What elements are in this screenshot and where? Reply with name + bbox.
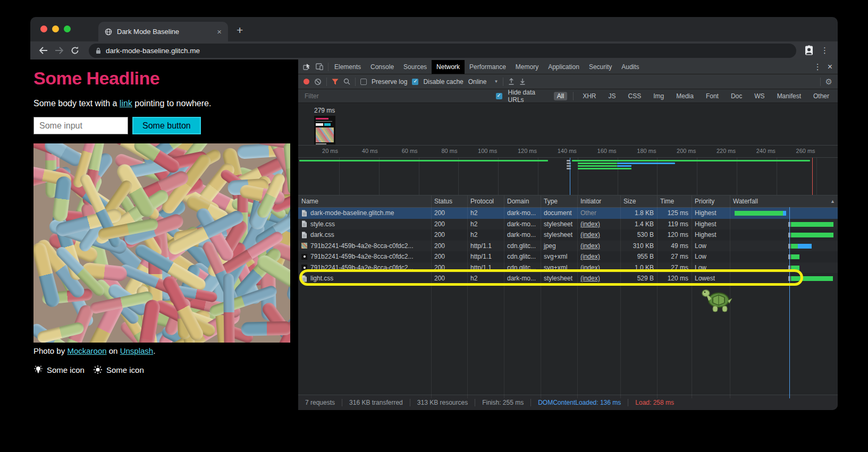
devtools-tab-sources[interactable]: Sources bbox=[399, 60, 432, 74]
network-filter-input[interactable] bbox=[304, 92, 490, 100]
export-har-icon[interactable] bbox=[519, 78, 526, 85]
filter-pill-font[interactable]: Font bbox=[703, 92, 722, 100]
initiator-link[interactable]: (index) bbox=[580, 253, 600, 260]
devtools-tab-performance[interactable]: Performance bbox=[465, 60, 511, 74]
chevron-down-icon: ▼ bbox=[494, 79, 498, 84]
table-row-dark-mode-baseline.glitc[interactable]: dark-mode-baseline.glitch.me200h2dark-mo… bbox=[298, 208, 838, 219]
table-row-dark.css[interactable]: dark.css200h2dark-mo...stylesheet(index)… bbox=[298, 229, 838, 241]
table-row-791b2241-459b-4a2e-8cca-[interactable]: 791b2241-459b-4a2e-8cca-c0fdc2...200http… bbox=[298, 241, 838, 252]
waterfall-bar-green bbox=[735, 211, 783, 216]
table-row-791b2241-459b-4a2e-8cca-[interactable]: 791b2241-459b-4a2e-8cca-c0fdc2...200http… bbox=[298, 262, 838, 274]
column-header-domain[interactable]: Domain bbox=[504, 195, 541, 207]
filter-pill-img[interactable]: Img bbox=[650, 92, 667, 100]
devtools-tab-elements[interactable]: Elements bbox=[330, 60, 366, 74]
column-header-protocol[interactable]: Protocol bbox=[467, 195, 504, 207]
overview-gridline bbox=[737, 158, 737, 195]
initiator-link[interactable]: (index) bbox=[580, 242, 600, 250]
initiator-link[interactable]: (index) bbox=[580, 231, 600, 238]
column-header-size[interactable]: Size bbox=[620, 195, 657, 207]
clear-network-log-icon[interactable] bbox=[314, 78, 322, 86]
filter-pill-other[interactable]: Other bbox=[810, 92, 832, 100]
browser-menu-icon[interactable]: ⋮ bbox=[821, 46, 829, 55]
cell-size: 955 B bbox=[620, 251, 657, 262]
network-overview[interactable] bbox=[298, 158, 838, 195]
filter-pill-media[interactable]: Media bbox=[673, 92, 697, 100]
browser-tab[interactable]: Dark Mode Baseline × bbox=[98, 22, 228, 41]
column-header-status[interactable]: Status bbox=[431, 195, 467, 207]
column-header-name[interactable]: Name bbox=[298, 195, 431, 207]
reload-button[interactable] bbox=[69, 44, 81, 57]
waterfall-cell[interactable] bbox=[730, 251, 838, 262]
hide-data-urls-checkbox[interactable] bbox=[496, 93, 502, 99]
profile-avatar-icon[interactable] bbox=[804, 45, 814, 56]
search-icon[interactable] bbox=[343, 78, 350, 85]
initiator-link[interactable]: (index) bbox=[580, 275, 600, 282]
forward-button[interactable] bbox=[53, 44, 65, 57]
initiator-link[interactable]: (index) bbox=[580, 220, 600, 228]
preserve-log-checkbox[interactable] bbox=[360, 79, 367, 85]
cell-protocol: http/1.1 bbox=[467, 251, 504, 262]
throttling-dropdown[interactable]: Online ▼ bbox=[468, 78, 499, 86]
import-har-icon[interactable] bbox=[508, 78, 515, 85]
waterfall-cell[interactable] bbox=[730, 273, 838, 284]
devtools-tab-application[interactable]: Application bbox=[543, 60, 584, 74]
settings-gear-icon[interactable]: ⚙ bbox=[825, 77, 832, 87]
devtools-tab-audits[interactable]: Audits bbox=[617, 60, 644, 74]
cell-time: 27 ms bbox=[657, 262, 692, 274]
filter-pill-doc[interactable]: Doc bbox=[728, 92, 745, 100]
devtools-tab-console[interactable]: Console bbox=[366, 60, 399, 74]
overview-gridline bbox=[498, 158, 499, 195]
demo-text-input[interactable] bbox=[33, 117, 128, 134]
waterfall-cell[interactable] bbox=[730, 229, 838, 241]
column-header-waterfall[interactable]: Waterfall▲ bbox=[730, 195, 838, 207]
record-network-log-icon[interactable] bbox=[304, 79, 309, 84]
maximize-window-button[interactable] bbox=[64, 25, 71, 32]
waterfall-cell[interactable] bbox=[730, 219, 838, 230]
table-row-light.css[interactable]: light.css200h2dark-mo...stylesheet(index… bbox=[298, 273, 838, 284]
devtools-tab-network[interactable]: Network bbox=[432, 60, 465, 74]
device-toolbar-icon[interactable] bbox=[314, 63, 325, 70]
tab-close-icon[interactable]: × bbox=[217, 28, 222, 36]
waterfall-cell[interactable] bbox=[730, 241, 838, 252]
filter-pill-manifest[interactable]: Manifest bbox=[774, 92, 804, 100]
cell-size: 1.0 KB bbox=[620, 262, 657, 274]
filter-pill-ws[interactable]: WS bbox=[751, 92, 768, 100]
page-body-text: Some body text with a link pointing to n… bbox=[33, 99, 211, 108]
column-header-type[interactable]: Type bbox=[541, 195, 577, 207]
initiator-link[interactable]: (index) bbox=[580, 264, 600, 271]
table-row-791b2241-459b-4a2e-8cca-[interactable]: 791b2241-459b-4a2e-8cca-c0fdc2...200http… bbox=[298, 251, 838, 262]
waterfall-cell[interactable] bbox=[730, 262, 838, 274]
body-link[interactable]: link bbox=[120, 99, 132, 108]
filter-pill-js[interactable]: JS bbox=[605, 92, 619, 100]
devtools-tab-memory[interactable]: Memory bbox=[511, 60, 543, 74]
mockaroon-link[interactable]: Mockaroon bbox=[67, 346, 106, 355]
filmstrip-thumbnail[interactable] bbox=[314, 116, 335, 144]
column-header-priority[interactable]: Priority bbox=[692, 195, 730, 207]
devtools-menu-icon[interactable]: ⋮ bbox=[814, 62, 822, 72]
devtools-tab-security[interactable]: Security bbox=[584, 60, 617, 74]
filter-pill-all[interactable]: All bbox=[554, 92, 567, 100]
close-devtools-icon[interactable]: × bbox=[828, 62, 832, 72]
unsplash-link[interactable]: Unsplash bbox=[120, 346, 154, 355]
disable-cache-checkbox[interactable] bbox=[412, 79, 418, 85]
minimize-window-button[interactable] bbox=[52, 25, 59, 32]
filmstrip-area: 279 ms bbox=[298, 103, 838, 145]
back-button[interactable] bbox=[37, 44, 49, 57]
waterfall-cell[interactable] bbox=[730, 208, 838, 219]
close-window-button[interactable] bbox=[40, 25, 47, 32]
url-bar[interactable]: dark-mode-baseline.glitch.me bbox=[89, 44, 796, 58]
column-header-time[interactable]: Time bbox=[657, 195, 692, 207]
new-tab-button[interactable]: + bbox=[237, 24, 243, 36]
filter-pill-xhr[interactable]: XHR bbox=[579, 92, 599, 100]
demo-button[interactable]: Some button bbox=[132, 117, 201, 134]
cell-domain: dark-mo... bbox=[504, 273, 541, 284]
ruler-tick-label: 220 ms bbox=[698, 148, 736, 154]
inspect-element-icon[interactable] bbox=[301, 63, 312, 71]
cell-type: svg+xml bbox=[541, 262, 577, 274]
filter-pill-css[interactable]: CSS bbox=[625, 92, 645, 100]
filter-funnel-icon[interactable] bbox=[332, 79, 339, 85]
cell-status: 200 bbox=[431, 208, 467, 219]
table-row-style.css[interactable]: style.css200h2dark-mo...stylesheet(index… bbox=[298, 219, 838, 230]
column-header-initiator[interactable]: Initiator bbox=[577, 195, 620, 207]
sort-arrow-icon[interactable]: ▲ bbox=[830, 199, 835, 204]
